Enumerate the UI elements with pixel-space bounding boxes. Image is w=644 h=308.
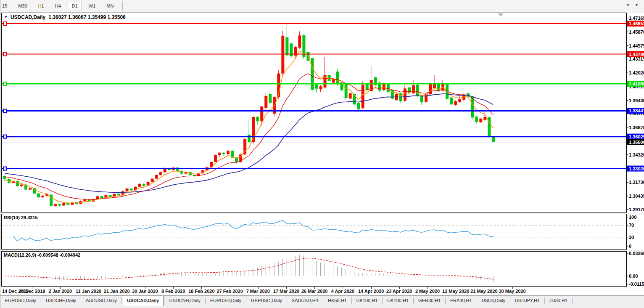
candle-body — [471, 96, 474, 117]
date-axis-label: 18 Feb 2020 — [188, 289, 214, 294]
macd-panel[interactable]: 0.0326580.00-0.011558 MACD(12,26,9) -0.0… — [0, 251, 644, 287]
date-axis-label: 23 Apr 2020 — [386, 289, 412, 294]
chart-tab-ger30-h1[interactable]: GER30,H1 — [414, 296, 445, 306]
tab-scroll-left-icon[interactable]: ◄ — [626, 3, 629, 7]
hline-handle[interactable] — [3, 82, 7, 85]
price-badge-label: 1.36029 — [629, 134, 644, 139]
date-axis[interactable]: 14 Dec 201924 Dec 20192 Jan 202011 Jan 2… — [0, 287, 644, 295]
chart-tab-fra40-h1[interactable]: FRA40,H1 — [446, 296, 476, 306]
chart-tab-audusd-daily[interactable]: AUDUSD,Daily — [81, 296, 121, 306]
candle-body — [315, 85, 318, 89]
date-axis-label: 11 Jan 2020 — [76, 289, 101, 294]
main-chart-canvas[interactable]: 1.471651.458701.445751.433151.420201.407… — [0, 13, 644, 213]
price-badge: 1.43780 — [627, 51, 644, 57]
price-badge: 1.33026 — [627, 166, 644, 172]
timeframe-button-m30[interactable]: M30 — [14, 2, 31, 10]
hline-handle[interactable] — [3, 109, 7, 112]
chart-tab-usdchf-daily[interactable]: USDCHF,Daily — [41, 296, 81, 306]
tab-separator — [572, 297, 573, 304]
candle-body — [214, 155, 217, 162]
candle-body — [479, 119, 482, 122]
price-badge-label: 1.46651 — [629, 21, 644, 26]
rsi-canvas[interactable]: 10070300 — [0, 214, 644, 250]
date-axis-label: 2 Jan 2020 — [49, 289, 72, 294]
timeframe-button-h1[interactable]: H1 — [34, 2, 48, 10]
price-axis-label: 1.44575 — [629, 43, 644, 48]
rsi-panel[interactable]: 10070300 RSI(14) 29.4315 — [0, 214, 644, 250]
macd-canvas[interactable]: 0.0326580.00-0.011558 — [0, 251, 644, 287]
chart-tab-xauusd-h4[interactable]: XAUUSD,H4 — [287, 296, 323, 306]
candle-body — [130, 189, 133, 190]
chart-tab-eurusd-daily[interactable]: EURUSD,Daily — [0, 296, 41, 306]
candle-body — [404, 88, 406, 101]
candle-body — [151, 178, 154, 182]
candle-body — [138, 184, 141, 187]
chart-background — [0, 13, 644, 213]
candle-body — [412, 85, 415, 93]
candle-body — [126, 189, 129, 191]
chart-tab-usoil-daily[interactable]: USOil,Daily — [477, 296, 510, 306]
price-badge-label: 1.38447 — [629, 108, 644, 113]
candle-body — [222, 153, 225, 154]
price-badge-label: 1.41000 — [629, 81, 644, 86]
candle-body — [155, 175, 158, 179]
hline-handle[interactable] — [3, 167, 7, 170]
chart-tab-usdcad-daily[interactable]: USDCAD,Daily — [122, 296, 164, 306]
candle-body — [109, 195, 112, 197]
chart-tab-hk50-h1[interactable]: HK50,H1 — [323, 296, 351, 306]
date-axis-label: 27 Feb 2020 — [216, 289, 243, 294]
date-axis-label: 14 Apr 2020 — [358, 289, 384, 294]
candle — [302, 35, 305, 59]
terminal-window: 15M30H1H4D1W1MN 1.471651.458701.445751.4… — [0, 0, 644, 308]
chart-tab-usdcnh-daily[interactable]: USDCNH,Daily — [164, 296, 205, 306]
chart-tab-gbpusd-daily[interactable]: GBPUSD,Daily — [246, 296, 287, 306]
macd-axis-label: 0.032658 — [629, 251, 644, 256]
candle-body — [100, 196, 103, 198]
rsi-axis-label: 30 — [629, 235, 634, 240]
tab-scroll-right-icon[interactable]: ► — [635, 3, 639, 7]
candle-body — [248, 135, 251, 142]
candle — [231, 150, 234, 159]
chart-tab-usdjpy-h1[interactable]: USDJPY,H1 — [510, 296, 544, 306]
candle-body — [41, 196, 44, 197]
timeframe-button-w1[interactable]: W1 — [84, 2, 100, 10]
candle-body — [416, 85, 419, 96]
candle-body — [349, 93, 352, 99]
candle-body — [454, 101, 457, 105]
candle — [214, 154, 217, 162]
timeframe-button-15[interactable]: 15 — [0, 2, 11, 10]
candle — [50, 194, 53, 207]
price-badge-label: 1.43780 — [629, 52, 644, 57]
timeframe-button-mn[interactable]: MN — [102, 2, 118, 10]
chart-tab-bar: EURUSD,DailyUSDCHF,DailyAUDUSD,DailyUSDC… — [0, 295, 644, 306]
candle-body — [16, 181, 19, 186]
candle — [345, 83, 348, 100]
rsi-axis-label: 70 — [629, 223, 634, 228]
candle-body — [311, 58, 314, 90]
chart-tab-uk100-h1[interactable]: UK100,H1 — [383, 296, 413, 306]
chart-tab-eurusd-daily[interactable]: EURUSD,Daily — [206, 296, 246, 306]
hline-handle[interactable] — [3, 135, 7, 138]
rsi-background — [0, 214, 644, 250]
timeframe-button-h4[interactable]: H4 — [51, 2, 65, 10]
candle-body — [264, 96, 267, 108]
hline-handle[interactable] — [3, 53, 7, 56]
candle — [357, 102, 360, 110]
candle-body — [298, 35, 301, 48]
candle-body — [357, 103, 360, 109]
timeframe-toolbar: 15M30H1H4D1W1MN — [0, 0, 644, 12]
candle-body — [281, 36, 284, 74]
main-chart-panel[interactable]: 1.471651.458701.445751.433151.420201.407… — [0, 13, 644, 213]
price-axis-label: 1.47165 — [629, 16, 644, 21]
candle-body — [319, 86, 322, 89]
rsi-axis-label: 0 — [629, 244, 631, 249]
hline-handle[interactable] — [3, 22, 7, 25]
candle-body — [62, 203, 65, 206]
price-axis-label: 1.30435 — [629, 194, 644, 199]
timeframe-button-d1[interactable]: D1 — [68, 2, 82, 10]
candle-body — [492, 137, 495, 142]
chart-tab-dj30-h1[interactable]: DJ30,H1 — [545, 296, 572, 306]
price-axis-label: 1.31730 — [629, 180, 644, 185]
chart-tab-uk100-h1[interactable]: UK100,H1 — [352, 296, 383, 306]
candle-body — [260, 106, 263, 121]
